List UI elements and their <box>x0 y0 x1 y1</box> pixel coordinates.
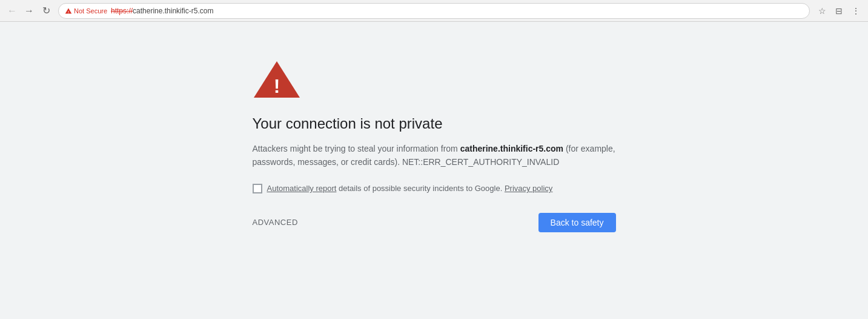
error-domain: catherine.thinkific-r5.com <box>460 144 563 153</box>
page-content: ! Your connection is not private Attacke… <box>0 22 868 319</box>
bookmark-button[interactable]: ☆ <box>815 4 829 18</box>
menu-icon: ⋮ <box>852 6 860 16</box>
error-code: NET::ERR_CERT_AUTHORITY_INVALID <box>400 157 559 167</box>
not-secure-label: Not Secure <box>74 7 107 15</box>
checkbox-label: Automatically report details of possible… <box>267 184 553 193</box>
svg-text:!: ! <box>273 75 280 97</box>
error-title: Your connection is not private <box>253 115 443 132</box>
error-description: Attackers might be trying to steal your … <box>253 142 616 169</box>
warning-icon-container: ! <box>253 58 301 103</box>
description-prefix: Attackers might be trying to steal your … <box>253 144 460 153</box>
star-icon: ☆ <box>818 6 826 16</box>
back-to-safety-button[interactable]: Back to safety <box>538 213 616 232</box>
svg-text:!: ! <box>68 10 69 13</box>
url-domain: catherine.thinkific-r5.com <box>133 7 213 15</box>
warning-triangle-icon: ! <box>253 58 301 101</box>
security-warning-icon: ! <box>65 7 72 15</box>
url-https: https:// <box>111 7 133 15</box>
action-row: ADVANCED Back to safety <box>253 213 616 232</box>
cast-button[interactable]: ⊟ <box>832 4 846 18</box>
reload-button[interactable]: ↻ <box>39 4 53 18</box>
address-bar[interactable]: ! Not Secure https://catherine.thinkific… <box>58 3 810 19</box>
browser-chrome: ← → ↻ ! Not Secure https://catherine.thi… <box>0 0 868 22</box>
cast-icon: ⊟ <box>835 6 843 16</box>
automatically-report-link[interactable]: Automatically report <box>267 184 337 193</box>
menu-button[interactable]: ⋮ <box>849 4 863 18</box>
not-secure-badge: ! Not Secure <box>65 7 107 15</box>
toolbar-icons: ☆ ⊟ ⋮ <box>815 4 863 18</box>
checkbox-row: Automatically report details of possible… <box>253 184 553 193</box>
nav-buttons: ← → ↻ <box>5 4 53 18</box>
report-checkbox[interactable] <box>253 184 262 193</box>
checkbox-text-middle: details of possible security incidents t… <box>336 184 502 193</box>
forward-button[interactable]: → <box>22 4 36 18</box>
back-button[interactable]: ← <box>5 4 19 18</box>
privacy-policy-link[interactable]: Privacy policy <box>505 184 552 193</box>
advanced-button[interactable]: ADVANCED <box>253 218 298 227</box>
address-url: https://catherine.thinkific-r5.com <box>111 7 803 15</box>
error-container: ! Your connection is not private Attacke… <box>253 58 616 232</box>
